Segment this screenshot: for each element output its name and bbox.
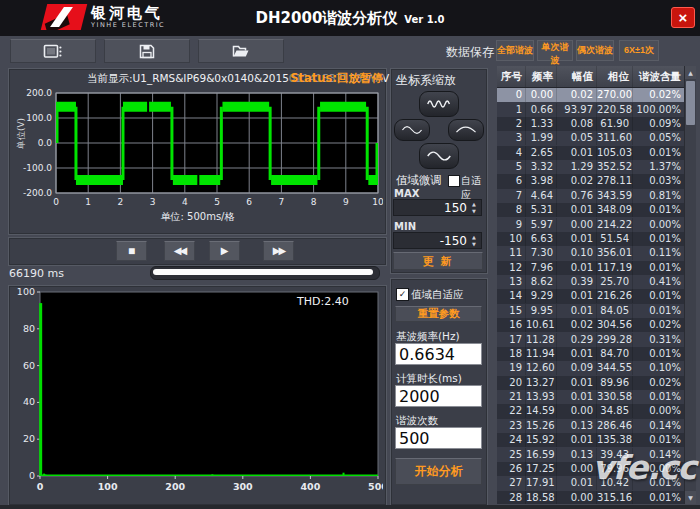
table-row[interactable]: 2315.260.13286.460.14% [497,419,696,433]
spinner-arrows-icon[interactable]: ▲▼ [469,234,479,248]
table-row[interactable]: 106.630.0151.540.01% [497,232,696,246]
table-row[interactable]: 117.300.10356.010.11% [497,246,696,260]
scroll-down-icon[interactable]: ▼ [685,491,696,504]
scrollbar-thumb[interactable] [686,81,695,125]
table-header-cell[interactable]: 谐波含量 [633,66,685,87]
table-row[interactable]: 10.6693.97220.58100.00% [497,102,696,116]
table-header-cell[interactable]: 频率 [526,66,557,87]
filter-all-harmonics-button[interactable]: 全部谐波 [496,40,534,61]
table-row[interactable]: 95.970.00214.220.00% [497,217,696,231]
table-row[interactable]: 2818.580.00315.160.01% [497,491,696,505]
table-row[interactable]: 21.330.0861.900.09% [497,117,696,131]
table-cell: 2 [497,117,526,131]
table-cell: 299.28 [597,333,633,347]
zoom-up-button[interactable] [419,91,459,117]
scroll-up-icon[interactable]: ▲ [685,66,696,79]
table-scrollbar[interactable]: ▲ ▼ [684,66,696,504]
table-cell: 20 [497,376,526,390]
rewind-button[interactable]: ◀◀ [164,241,195,261]
table-cell: 28 [497,491,526,504]
table-row[interactable]: 42.650.01105.030.01% [497,146,696,160]
svg-text:7: 7 [279,197,285,207]
table-row[interactable]: 85.310.01348.090.01% [497,203,696,217]
table-cell: 3.98 [526,174,557,188]
table-cell: 348.09 [597,203,633,217]
svg-text:0: 0 [29,470,35,481]
table-row[interactable]: 00.000.02270.000.02% [497,88,696,102]
table-header-cell[interactable]: 幅值 [557,66,597,87]
harmonic-order-input[interactable] [395,427,482,449]
calc-duration-input[interactable] [395,385,482,407]
table-row[interactable]: 1711.280.29299.280.31% [497,332,696,346]
svg-text:-200.0: -200.0 [23,188,52,198]
wave-x-axis-label: 单位: 500ms/格 [9,210,386,224]
table-header-cell[interactable]: 相位 [597,66,633,87]
table-cell: 0.13 [557,419,597,433]
table-cell: 0.09 [557,361,597,375]
spectrum-chart: 0204060801000100200300400500 [11,288,383,500]
play-button[interactable]: ▶ [209,241,240,261]
zoom-left-button[interactable] [394,119,430,141]
zoom-right-button[interactable] [448,119,484,141]
close-button[interactable]: × [671,7,695,28]
fundamental-freq-input[interactable] [395,343,482,365]
table-row[interactable]: 1912.600.09344.550.10% [497,361,696,375]
table-row[interactable]: 2415.920.01135.380.01% [497,433,696,447]
svg-text:0: 0 [53,197,59,207]
table-cell: 17 [497,333,526,347]
auto-range-checkbox[interactable]: ✓ [396,288,409,301]
table-row[interactable]: 2214.590.0034.850.00% [497,404,696,418]
table-cell: 0.01 [557,261,597,275]
reset-params-button[interactable]: 重置参数 [395,306,482,322]
playback-progress-slider[interactable] [150,266,380,280]
update-button[interactable]: 更 新 [393,252,483,270]
table-row[interactable]: 74.640.76343.590.81% [497,189,696,203]
min-value-spinner[interactable]: -150 ▲▼ [393,232,482,249]
filter-even-harmonics-button[interactable]: 偶次谐波 [576,40,614,61]
spinner-arrows-icon[interactable]: ▲▼ [469,201,479,215]
harmonic-table-header: 序号频率幅值相位谐波含量 [497,66,696,88]
table-row[interactable]: 2113.930.01330.580.01% [497,390,696,404]
table-row[interactable]: 53.321.29352.521.37% [497,160,696,174]
table-row[interactable]: 1811.940.0184.700.01% [497,347,696,361]
table-cell: 0.01% [633,146,685,160]
table-row[interactable]: 138.620.3925.700.41% [497,275,696,289]
table-cell: 1 [497,103,526,117]
table-cell: 1.33 [526,117,557,131]
table-row[interactable]: 159.950.0184.050.01% [497,304,696,318]
table-row[interactable]: 149.290.01216.260.01% [497,289,696,303]
auto-adapt-checkbox[interactable] [448,175,460,187]
stop-button[interactable]: ■ [116,241,147,261]
device-button[interactable] [10,39,96,63]
open-file-button[interactable] [198,39,284,63]
fast-forward-button[interactable]: ▶▶ [263,241,294,261]
rewind-icon: ◀◀ [174,245,185,256]
window-bottom-edge [0,505,700,509]
table-cell: 0.00% [633,404,685,418]
table-cell: 3 [497,131,526,145]
table-row[interactable]: 31.990.05311.600.05% [497,131,696,145]
save-button[interactable] [104,39,190,63]
max-value-spinner[interactable]: 150 ▲▼ [393,199,482,216]
table-row[interactable]: 63.980.02278.110.03% [497,174,696,188]
min-label: MIN [394,221,416,232]
table-cell: 6 [497,174,526,188]
table-cell: 15 [497,304,526,318]
monitor-icon [43,44,63,59]
table-cell: 0.01 [557,347,597,361]
table-row[interactable]: 2013.270.0189.960.02% [497,376,696,390]
table-row[interactable]: 1610.610.02304.560.02% [497,318,696,332]
start-analysis-button[interactable]: 开始分析 [395,458,482,485]
filter-6x1-button[interactable]: 6X±1次 [619,40,659,61]
table-row[interactable]: 127.960.01117.190.01% [497,261,696,275]
table-cell: 7.96 [526,261,557,275]
table-cell: 0.11% [633,246,685,260]
filter-single-harmonic-button[interactable]: 单次谐波 [537,40,573,61]
table-header-cell[interactable]: 序号 [497,66,526,87]
zoom-down-button[interactable] [419,143,459,169]
table-cell: 9 [497,218,526,232]
table-cell: 0.05% [633,131,685,145]
table-cell: 61.90 [597,117,633,131]
table-cell: 13 [497,275,526,289]
table-cell: 0.76 [557,189,597,203]
